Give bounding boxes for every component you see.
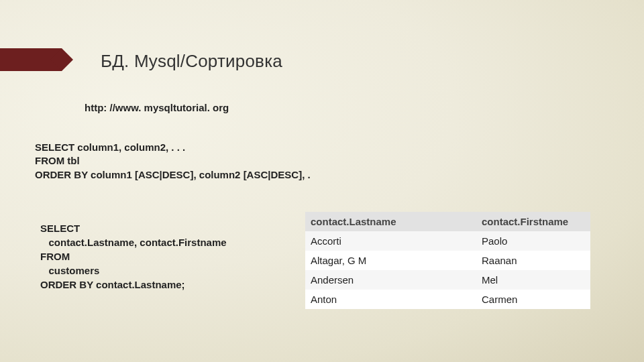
syntax-line-3: ORDER BY column1 [ASC|DESC], column2 [AS… [35, 168, 311, 182]
cell-lastname: Anton [305, 290, 476, 309]
cell-lastname: Andersen [305, 270, 476, 290]
sql-example-block: SELECT contact.Lastname, contact.Firstna… [40, 221, 227, 292]
sql-syntax-block: SELECT column1, column2, . . . FROM tbl … [35, 141, 311, 182]
table-row: Andersen Mel [305, 270, 590, 290]
example-line-4: customers [40, 263, 227, 278]
table-row: Altagar, G M Raanan [305, 251, 590, 270]
title-ornament [0, 48, 70, 71]
example-line-3: FROM [40, 249, 227, 263]
example-line-1: SELECT [40, 221, 227, 235]
syntax-line-2: FROM tbl [35, 154, 311, 168]
table-row: Accorti Paolo [305, 231, 590, 251]
source-url: http: //www. mysqltutorial. org [85, 102, 229, 113]
cell-lastname: Altagar, G M [305, 251, 476, 270]
table-header-lastname: contact.Lastname [305, 212, 476, 231]
table-row: Anton Carmen [305, 290, 590, 309]
table-header-row: contact.Lastname contact.Firstname [305, 212, 590, 231]
example-line-5: ORDER BY contact.Lastname; [40, 278, 227, 292]
cell-lastname: Accorti [305, 231, 476, 251]
cell-firstname: Paolo [476, 231, 590, 251]
cell-firstname: Carmen [476, 290, 590, 309]
slide-title: БД. Mysql/Сортировка [101, 51, 282, 72]
result-table: contact.Lastname contact.Firstname Accor… [305, 212, 590, 309]
cell-firstname: Raanan [476, 251, 590, 270]
example-line-2: contact.Lastname, contact.Firstname [40, 235, 227, 249]
cell-firstname: Mel [476, 270, 590, 290]
syntax-line-1: SELECT column1, column2, . . . [35, 141, 311, 154]
table-header-firstname: contact.Firstname [476, 212, 590, 231]
